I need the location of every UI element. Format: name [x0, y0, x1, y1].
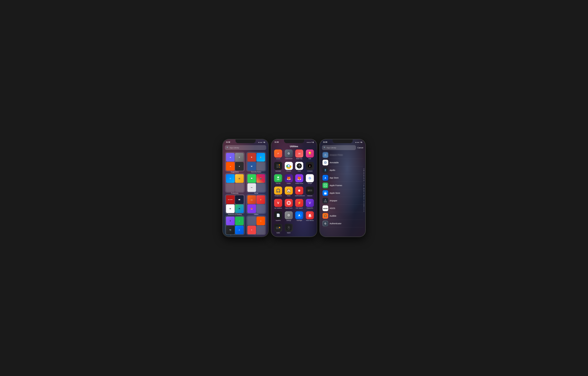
alpha-p[interactable]: P: [363, 193, 365, 194]
app-item-wallet[interactable]: Wallet: [273, 224, 283, 235]
folder-social[interactable]: 💬 📷 me Social: [246, 173, 266, 193]
app-icon-bear: B: [247, 153, 256, 162]
app-list-3: A Amazon Prime Annotable Apollo: [322, 151, 363, 235]
alpha-r[interactable]: R: [363, 196, 365, 198]
list-item-appleframes[interactable]: Apple Frames: [322, 182, 363, 189]
app-item-calculator[interactable]: Calculator: [273, 162, 283, 173]
app-icon-operatouch: [285, 199, 293, 207]
alpha-f[interactable]: F: [363, 177, 365, 178]
svg-rect-6: [278, 166, 279, 166]
alpha-a[interactable]: A: [363, 168, 365, 170]
alpha-z[interactable]: Z: [363, 209, 365, 210]
folder-grid-1: ◈ ⚙ ☁ ★ Suggestions B ⚡ W Recently: [225, 152, 266, 235]
folder-productivity[interactable]: ◎ 🦋 Productivity: [225, 173, 245, 193]
folder-label-suggestions: Suggestions: [231, 171, 239, 173]
alpha-l[interactable]: L: [363, 186, 365, 188]
alpha-o[interactable]: O: [363, 191, 365, 193]
svg-point-27: [299, 166, 300, 166]
alpha-y[interactable]: Y: [363, 208, 365, 209]
list-item-apollo[interactable]: Apollo: [322, 166, 363, 174]
app-item-betterday[interactable]: 14 Better Day: [294, 149, 304, 161]
alpha-g[interactable]: G: [363, 178, 365, 179]
app-item-protonvpn[interactable]: V ProtonVPN: [305, 199, 315, 210]
app-item-pdfsearch[interactable]: ⚡ PDF Search: [294, 199, 304, 210]
app-name-watch: Watch: [287, 232, 291, 234]
alpha-q[interactable]: Q: [363, 194, 365, 196]
app-item-headphones[interactable]: 🎧 Headphones: [273, 187, 283, 198]
app-icon-kindle: 📖: [235, 195, 244, 204]
app-icon-mini: [256, 162, 265, 171]
list-item-annotable[interactable]: Annotable: [322, 159, 363, 166]
alpha-u[interactable]: U: [363, 201, 365, 202]
app-item-myvodafone[interactable]: V My Vodafone: [273, 199, 283, 210]
list-item-artpaper[interactable]: Artpaper: [322, 197, 363, 205]
app-item-chrome[interactable]: Chrome: [284, 162, 294, 173]
app-icon-compass: [306, 162, 314, 170]
alpha-hash[interactable]: #: [363, 211, 365, 212]
folder-recently-added[interactable]: B ⚡ W Recently Added: [246, 152, 266, 172]
list-item-amazon[interactable]: A Amazon Prime: [322, 151, 363, 159]
app-item-settings[interactable]: ⚙ Settings: [284, 211, 294, 223]
folder-reference[interactable]: BBC NEWS 📖 W 🗺 Reference & Reading: [225, 194, 245, 214]
screen-1: 11:32 ▲▲▲ ▾ ▮ 🔍 App Library ◈ ⚙ ☁ ★: [223, 139, 268, 237]
app-item-scanpro[interactable]: 📄 ScanPro: [273, 211, 283, 223]
folder-extra[interactable]: ☁ S More: [246, 215, 266, 235]
battery-icon-3: ▮: [361, 142, 362, 143]
app-item-firefox[interactable]: 🦊 Firefox: [284, 174, 294, 186]
folder-entertainment[interactable]: 🎙 ♪ 📷 A Entertainment: [225, 215, 245, 235]
alpha-t[interactable]: T: [363, 199, 365, 201]
app-name-bulb: Bulb: [309, 158, 311, 160]
folder-utilities[interactable]: 🦊 ⚡ 🦊 Utilities: [246, 194, 266, 214]
app-item-watch[interactable]: Watch: [284, 224, 294, 235]
svg-point-84: [325, 199, 326, 200]
cancel-button[interactable]: Cancel: [357, 147, 363, 149]
app-icon-protonvpn: V: [306, 199, 314, 207]
list-item-appstore[interactable]: A App Store: [322, 174, 363, 182]
alpha-k[interactable]: K: [363, 185, 365, 186]
list-item-authenticator[interactable]: G Authenticator: [322, 220, 363, 227]
alpha-n[interactable]: N: [363, 189, 365, 191]
app-item-1111[interactable]: 1⁴ 1.1.1.1: [273, 149, 283, 161]
list-item-audible[interactable]: 🎧 Audible: [322, 212, 363, 220]
alpha-d[interactable]: D: [363, 173, 365, 175]
app-item-justpress[interactable]: ⏺ JustPressRecord: [294, 187, 304, 198]
list-item-applestore[interactable]: Apple Store: [322, 189, 363, 197]
phone-3: 11:33 ▲▲▲ ▾ ▮ 🔍 App Library Cancel A Ama…: [320, 139, 366, 237]
alpha-h[interactable]: H: [363, 180, 365, 181]
alpha-b[interactable]: B: [363, 170, 365, 171]
app-item-google[interactable]: G Google: [305, 174, 315, 186]
alpha-i[interactable]: I: [363, 181, 365, 183]
app-item-home[interactable]: 🏠 Home: [284, 187, 294, 198]
app-item-testflight[interactable]: TestFlight: [294, 211, 304, 223]
app-name-wallet: Wallet: [276, 232, 280, 234]
app-icon-util3: 🦊: [247, 204, 256, 213]
app-list-name-apollo: Apollo: [330, 169, 335, 171]
folder-suggestions[interactable]: ◈ ⚙ ☁ ★ Suggestions: [225, 152, 245, 172]
app-item-operatouch[interactable]: Opera Touch: [284, 199, 294, 210]
app-item-voicememos[interactable]: Voice Memos: [305, 211, 315, 223]
app-item-findmy[interactable]: Find My: [273, 174, 283, 186]
alpha-x[interactable]: X: [363, 206, 365, 207]
app-item-clock[interactable]: Clock: [294, 162, 304, 173]
alpha-m[interactable]: M: [363, 188, 365, 189]
alpha-w[interactable]: W: [363, 204, 365, 206]
app-item-measure[interactable]: Measure: [305, 187, 315, 198]
list-item-asos[interactable]: ASOS ASOS: [322, 205, 363, 212]
app-item-compass[interactable]: Compass: [305, 162, 315, 173]
alpha-c[interactable]: C: [363, 172, 365, 173]
svg-rect-9: [277, 166, 278, 167]
app-item-authenticator[interactable]: G Authenticator: [284, 149, 294, 161]
app-item-firefoxfocus[interactable]: 🦊 Firefox Focus: [294, 174, 304, 186]
alpha-v[interactable]: V: [363, 203, 365, 204]
app-icon-ex3: S: [247, 226, 256, 234]
search-bar-1[interactable]: 🔍 App Library: [225, 145, 266, 150]
app-name-firefoxfocus: Firefox Focus: [295, 183, 303, 184]
alpha-j[interactable]: J: [363, 183, 365, 184]
folder-label-recently-added: Recently Added: [251, 171, 261, 173]
screen-2: 11:33 ▲▲▲ ▾ ▮ Utilities 1⁴ 1.1.1.1 G Aut…: [271, 139, 317, 237]
app-item-bulb[interactable]: 💡 Bulb: [305, 149, 315, 161]
app-list-icon-apollo: [323, 167, 328, 173]
alpha-s[interactable]: S: [363, 198, 365, 199]
alpha-e[interactable]: E: [363, 175, 365, 176]
search-bar-3[interactable]: 🔍 App Library: [322, 145, 356, 150]
